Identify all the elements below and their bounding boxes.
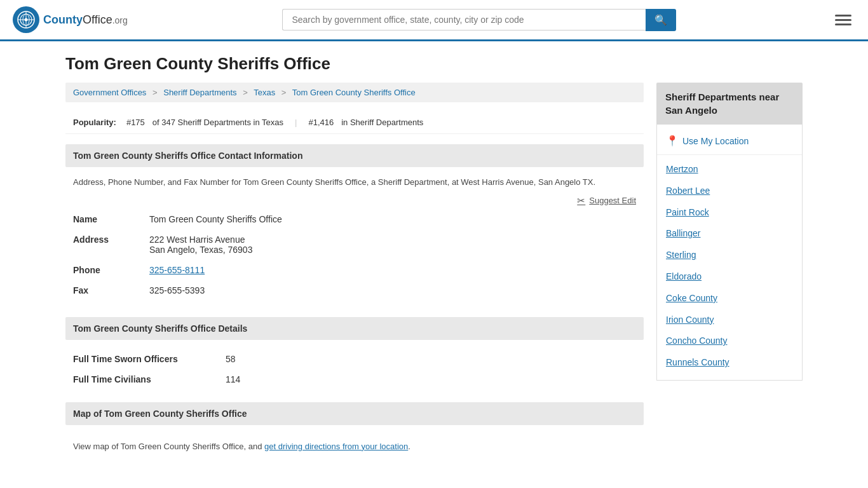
hamburger-menu-button[interactable] [831, 11, 855, 29]
address-value: 222 West Harris Avenue San Angelo, Texas… [142, 229, 644, 260]
rank-state-suffix: of 347 Sheriff Departments in Texas [153, 118, 283, 127]
sidebar-header: Sheriff Departments near San Angelo [656, 83, 803, 125]
map-desc-end: . [408, 442, 410, 451]
rank-state: #175 [126, 118, 145, 127]
content-layout: Government Offices > Sheriff Departments… [65, 83, 803, 459]
breadcrumb-current[interactable]: Tom Green County Sheriffs Office [292, 88, 416, 97]
logo-office: Office [83, 13, 112, 26]
address-label: Address [65, 229, 142, 260]
fax-value: 325-655-5393 [142, 280, 644, 301]
map-section-header: Map of Tom Green County Sheriffs Office [65, 402, 644, 425]
search-button[interactable]: 🔍 [646, 9, 676, 31]
page-title: Tom Green County Sheriffs Office [65, 54, 803, 74]
use-my-location-button[interactable]: 📍 Use My Location [657, 131, 802, 151]
sidebar-item-irion-county[interactable]: Irion County [657, 309, 802, 331]
site-header: CountyOffice.org 🔍 [0, 0, 868, 41]
main-content: Government Offices > Sheriff Departments… [65, 83, 644, 459]
breadcrumb-sep-1: > [153, 88, 158, 97]
map-description: View map of Tom Green County Sheriffs Of… [65, 434, 644, 460]
table-row: Phone 325-655-8111 [65, 260, 644, 280]
hamburger-line-1 [835, 15, 851, 17]
sidebar: Sheriff Departments near San Angelo 📍 Us… [656, 83, 803, 459]
civilians-label: Full Time Civilians [65, 369, 218, 390]
sidebar-divider [657, 154, 802, 155]
directions-link[interactable]: get driving directions from your locatio… [264, 442, 408, 451]
hamburger-line-2 [835, 19, 851, 21]
address-line2: San Angelo, Texas, 76903 [149, 245, 252, 255]
sidebar-item-concho-county[interactable]: Concho County [657, 330, 802, 352]
breadcrumb: Government Offices > Sheriff Departments… [65, 83, 644, 102]
suggest-edit-button[interactable]: ✂ Suggest Edit [577, 195, 636, 207]
breadcrumb-government-offices[interactable]: Government Offices [73, 88, 146, 97]
svg-point-5 [25, 18, 28, 22]
logo-tld: .org [112, 15, 128, 25]
search-input[interactable] [282, 9, 646, 30]
address-line1: 222 West Harris Avenue [149, 234, 245, 245]
sidebar-item-runnels-county[interactable]: Runnels County [657, 352, 802, 374]
hamburger-line-3 [835, 24, 851, 25]
sidebar-item-sterling[interactable]: Sterling [657, 245, 802, 266]
name-value: Tom Green County Sheriffs Office [142, 209, 644, 229]
page-wrapper: Tom Green County Sheriffs Office Governm… [53, 41, 815, 459]
contact-table: Name Tom Green County Sheriffs Office Ad… [65, 209, 644, 301]
map-desc-start: View map of Tom Green County Sheriffs Of… [73, 442, 264, 451]
civilians-value: 114 [218, 369, 644, 390]
table-row: Fax 325-655-5393 [65, 280, 644, 301]
table-row: Full Time Civilians 114 [65, 369, 644, 390]
table-row: Address 222 West Harris Avenue San Angel… [65, 229, 644, 260]
suggest-edit-label: Suggest Edit [589, 196, 636, 205]
rank-national-suffix: in Sheriff Departments [341, 118, 423, 127]
use-location-label: Use My Location [682, 136, 749, 146]
search-icon: 🔍 [654, 15, 667, 25]
location-pin-icon: 📍 [666, 135, 679, 147]
search-area: 🔍 [282, 9, 676, 31]
sidebar-item-coke-county[interactable]: Coke County [657, 288, 802, 309]
logo-county: County [43, 13, 83, 26]
logo-icon [13, 6, 39, 33]
sidebar-item-robert-lee[interactable]: Robert Lee [657, 180, 802, 202]
details-table: Full Time Sworn Officers 58 Full Time Ci… [65, 349, 644, 390]
rank-national: #1,416 [308, 118, 334, 127]
popularity-bar: Popularity: #175 of 347 Sheriff Departme… [65, 111, 644, 134]
sidebar-item-paint-rock[interactable]: Paint Rock [657, 202, 802, 224]
breadcrumb-sheriff-departments[interactable]: Sheriff Departments [163, 88, 236, 97]
suggest-edit-row: ✂ Suggest Edit [65, 193, 644, 209]
name-label: Name [65, 209, 142, 229]
sidebar-item-eldorado[interactable]: Eldorado [657, 266, 802, 288]
logo-text-area: CountyOffice.org [43, 13, 128, 27]
phone-value: 325-655-8111 [142, 260, 644, 280]
sidebar-item-mertzon[interactable]: Mertzon [657, 159, 802, 180]
details-section-header: Tom Green County Sheriffs Office Details [65, 317, 644, 340]
breadcrumb-sep-2: > [243, 88, 248, 97]
sidebar-item-ballinger[interactable]: Ballinger [657, 223, 802, 245]
fax-label: Fax [65, 280, 142, 301]
table-row: Full Time Sworn Officers 58 [65, 349, 644, 369]
table-row: Name Tom Green County Sheriffs Office [65, 209, 644, 229]
popularity-label: Popularity: [73, 118, 116, 127]
popularity-sep: | [295, 118, 297, 127]
contact-section-header: Tom Green County Sheriffs Office Contact… [65, 144, 644, 167]
contact-info-block: ✂ Suggest Edit Name Tom Green County She… [65, 193, 644, 317]
breadcrumb-texas[interactable]: Texas [254, 88, 275, 97]
sworn-officers-label: Full Time Sworn Officers [65, 349, 218, 369]
phone-label: Phone [65, 260, 142, 280]
sworn-officers-value: 58 [218, 349, 644, 369]
phone-link[interactable]: 325-655-8111 [149, 265, 205, 275]
logo: CountyOffice.org [13, 6, 128, 33]
breadcrumb-sep-3: > [281, 88, 287, 97]
suggest-edit-icon: ✂ [577, 195, 585, 207]
sidebar-body: 📍 Use My Location Mertzon Robert Lee Pai… [656, 125, 803, 381]
